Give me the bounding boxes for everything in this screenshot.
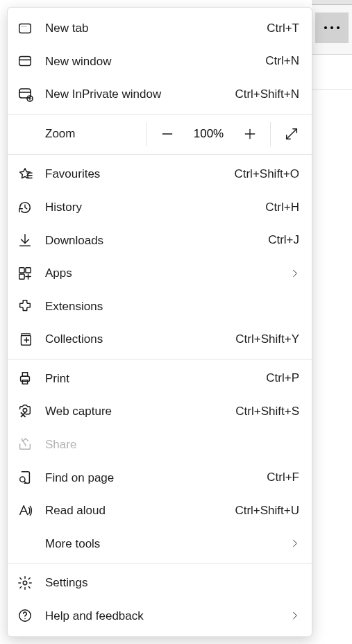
menu-label: Downloads	[45, 235, 268, 246]
zoom-controls: 100%	[146, 122, 270, 146]
menu-item-web-capture[interactable]: Web capture Ctrl+Shift+S	[8, 395, 312, 428]
menu-item-read-aloud[interactable]: Read aloud Ctrl+Shift+U	[8, 494, 312, 527]
menu-label: Favourites	[45, 168, 234, 180]
svg-point-2	[24, 26, 24, 26]
zoom-out-button[interactable]	[158, 124, 177, 144]
menu-shortcut: Ctrl+Shift+O	[234, 167, 299, 181]
menu-label: Web capture	[45, 405, 235, 417]
web-capture-icon	[17, 404, 45, 419]
extensions-icon	[17, 298, 45, 314]
svg-rect-20	[19, 274, 24, 279]
svg-line-12	[286, 129, 296, 139]
menu-item-apps[interactable]: Apps	[8, 257, 312, 290]
menu-item-help[interactable]: Help and feedback	[8, 599, 312, 632]
menu-label: Extensions	[45, 300, 302, 312]
history-icon	[17, 200, 45, 215]
zoom-value: 100%	[194, 127, 224, 141]
menu-separator	[8, 359, 312, 359]
apps-icon	[17, 266, 45, 281]
menu-item-new-inprivate[interactable]: New InPrivate window Ctrl+Shift+N	[8, 78, 312, 111]
menu-item-zoom: Zoom 100%	[8, 117, 312, 152]
menu-label: New tab	[45, 22, 267, 34]
svg-point-29	[23, 581, 27, 585]
new-tab-icon	[17, 21, 45, 36]
menu-separator	[8, 563, 312, 564]
menu-shortcut: Ctrl+N	[265, 54, 299, 68]
menu-shortcut: Ctrl+Shift+U	[235, 504, 299, 518]
settings-and-more-menu: New tab Ctrl+T New window Ctrl+N New InP…	[7, 7, 312, 637]
zoom-label: Zoom	[8, 127, 146, 141]
help-icon	[17, 608, 45, 623]
inprivate-icon	[17, 86, 45, 103]
toolbar-top-bg	[312, 0, 352, 55]
menu-label: Settings	[45, 577, 302, 588]
fullscreen-button[interactable]	[270, 122, 312, 146]
fullscreen-icon	[284, 126, 299, 142]
menu-shortcut: Ctrl+Shift+N	[235, 87, 299, 101]
menu-item-print[interactable]: Print Ctrl+P	[8, 362, 312, 396]
menu-item-history[interactable]: History Ctrl+H	[8, 191, 312, 224]
zoom-in-button[interactable]	[240, 124, 260, 144]
svg-point-31	[24, 618, 25, 619]
menu-label: Apps	[45, 267, 288, 279]
gear-icon	[17, 575, 45, 591]
menu-shortcut: Ctrl+Shift+S	[235, 405, 299, 418]
svg-rect-19	[26, 267, 31, 272]
menu-separator	[8, 154, 312, 155]
menu-item-new-window[interactable]: New window Ctrl+N	[8, 45, 312, 78]
app-root: New tab Ctrl+T New window Ctrl+N New InP…	[0, 0, 352, 644]
favourites-icon	[17, 167, 45, 182]
settings-and-more-button[interactable]	[315, 12, 349, 43]
menu-label: Collections	[45, 333, 235, 345]
svg-rect-24	[22, 380, 27, 384]
menu-label: Find on page	[45, 472, 267, 484]
svg-rect-18	[19, 267, 24, 272]
new-window-icon	[17, 53, 45, 69]
share-icon	[17, 437, 45, 452]
menu-item-more-tools[interactable]: More tools	[8, 527, 312, 560]
menu-label: Help and feedback	[45, 610, 288, 622]
svg-rect-22	[21, 377, 30, 382]
menu-label: New window	[45, 56, 265, 67]
downloads-icon	[17, 232, 45, 248]
chevron-right-icon	[288, 539, 302, 548]
menu-shortcut: Ctrl+F	[267, 471, 299, 484]
svg-point-1	[22, 26, 22, 26]
svg-rect-0	[19, 24, 31, 33]
minus-icon	[160, 127, 174, 141]
read-aloud-icon	[17, 503, 45, 518]
menu-item-find[interactable]: Find on page Ctrl+F	[8, 461, 312, 494]
menu-label: More tools	[45, 538, 288, 550]
menu-shortcut: Ctrl+P	[266, 371, 299, 385]
menu-item-new-tab[interactable]: New tab Ctrl+T	[8, 12, 312, 45]
menu-shortcut: Ctrl+J	[268, 233, 299, 247]
menu-shortcut: Ctrl+H	[265, 201, 299, 214]
menu-item-collections[interactable]: Collections Ctrl+Shift+Y	[8, 323, 312, 356]
menu-label: History	[45, 201, 265, 213]
menu-item-downloads[interactable]: Downloads Ctrl+J	[8, 223, 312, 257]
plus-icon	[243, 127, 257, 141]
chevron-right-icon	[288, 611, 302, 620]
svg-point-25	[23, 408, 27, 412]
menu-separator	[8, 114, 312, 115]
svg-point-3	[26, 26, 26, 26]
find-icon	[17, 470, 45, 485]
toolbar-remnant	[312, 0, 352, 644]
collections-icon	[17, 332, 45, 347]
menu-item-extensions[interactable]: Extensions	[8, 289, 312, 323]
chevron-right-icon	[288, 269, 302, 278]
svg-rect-4	[19, 57, 31, 66]
menu-item-settings[interactable]: Settings	[8, 566, 312, 600]
content-top-border	[312, 89, 352, 90]
menu-item-favourites[interactable]: Favourites Ctrl+Shift+O	[8, 158, 312, 191]
ellipsis-icon	[324, 26, 340, 29]
menu-shortcut: Ctrl+T	[267, 22, 299, 35]
svg-rect-23	[22, 373, 27, 377]
menu-label: Print	[45, 373, 266, 384]
menu-item-share: Share	[8, 428, 312, 461]
print-icon	[17, 371, 45, 386]
menu-label: Share	[45, 439, 302, 450]
menu-label: Read aloud	[45, 505, 235, 516]
menu-shortcut: Ctrl+Shift+Y	[235, 332, 299, 346]
tab-strip-edge	[312, 0, 352, 5]
